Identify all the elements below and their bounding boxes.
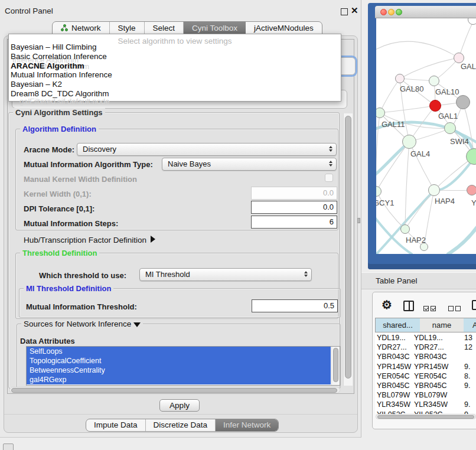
network-node[interactable] bbox=[428, 184, 440, 196]
apply-button[interactable]: Apply bbox=[159, 399, 200, 412]
kernel-width-label: Kernel Width (0,1): bbox=[24, 190, 92, 198]
table-row[interactable]: YDL19...YDL19...13 bbox=[375, 334, 476, 343]
dock-icon[interactable] bbox=[3, 444, 14, 450]
mi-steps-field[interactable]: 6 bbox=[251, 216, 337, 229]
tab-jactivemnodules[interactable]: jActiveMNodules bbox=[246, 22, 322, 34]
network-node[interactable] bbox=[444, 122, 456, 134]
which-threshold-combo[interactable]: MI Threshold bbox=[139, 268, 312, 281]
combo-arrows-icon bbox=[329, 146, 332, 152]
list-item[interactable]: TopologicalCoefficient bbox=[27, 356, 331, 366]
node-label: HAP2 bbox=[406, 236, 426, 244]
list-item[interactable]: SelfLoops bbox=[27, 347, 331, 356]
tab-discretize-data[interactable]: Discretize Data bbox=[146, 419, 216, 431]
network-node[interactable] bbox=[400, 224, 410, 234]
node-table: shared... name A YDL19...YDL19...13 YDR2… bbox=[375, 318, 476, 419]
splitpane-handle[interactable] bbox=[357, 218, 360, 223]
list-item[interactable]: gal4RGexp bbox=[27, 375, 331, 384]
control-panel-tabbar: Network Style Select Cyni Toolbox jActiv… bbox=[52, 21, 322, 35]
table-row[interactable]: YER054CYER054C8. bbox=[375, 372, 476, 381]
which-threshold-label: Which threshold to use: bbox=[39, 271, 126, 280]
network-node[interactable] bbox=[456, 95, 470, 109]
dpi-tolerance-label: DPI Tolerance [0,1]: bbox=[24, 204, 94, 213]
mi-steps-label: Mutual Information Steps: bbox=[24, 219, 118, 228]
table-row[interactable]: YBL079WYBL079W bbox=[375, 391, 476, 400]
node-label: GAL11 bbox=[382, 120, 405, 129]
node-label: GAL4 bbox=[410, 149, 430, 158]
column-header[interactable]: A bbox=[464, 318, 476, 332]
expand-arrow-icon bbox=[151, 236, 155, 243]
group-title: MI Threshold Definition bbox=[24, 284, 113, 293]
minimize-traffic-light[interactable] bbox=[388, 9, 395, 15]
network-node[interactable] bbox=[395, 74, 405, 83]
deselect-all-columns-icon[interactable] bbox=[448, 303, 462, 314]
settings-hscrollbar[interactable] bbox=[9, 387, 340, 393]
aracne-mode-combo[interactable]: Discovery bbox=[77, 143, 337, 156]
node-label: GCY1 bbox=[376, 198, 394, 207]
select-all-columns-icon[interactable] bbox=[423, 303, 438, 314]
algorithm-option[interactable]: Basic Correlation Inference bbox=[11, 52, 107, 61]
close-traffic-light[interactable] bbox=[380, 9, 387, 15]
aracne-mode-label: Aracne Mode: bbox=[24, 145, 74, 154]
list-item[interactable]: BetweennessCentrality bbox=[27, 366, 331, 375]
tab-style[interactable]: Style bbox=[110, 22, 145, 34]
float-window-icon[interactable] bbox=[341, 8, 348, 15]
network-node[interactable] bbox=[467, 185, 476, 195]
column-header[interactable]: name bbox=[420, 318, 464, 332]
algorithm-dropdown-popup: Inference Algorithm ARACNE Algorithm gal… bbox=[8, 34, 341, 102]
group-title: Threshold Definition bbox=[20, 249, 99, 257]
close-icon[interactable]: ✕ bbox=[351, 5, 358, 16]
list-scrollbar[interactable] bbox=[331, 347, 340, 385]
group-title: Cyni Algorithm Settings bbox=[13, 108, 105, 117]
table-hscrollbar[interactable] bbox=[376, 414, 476, 419]
mi-type-combo[interactable]: Naive Bayes bbox=[162, 158, 337, 171]
screenshot-root: Control Panel ✕ Network Style Select Cyn… bbox=[0, 0, 476, 450]
network-combo-ghost-text: galFiltered.sif default node bbox=[19, 97, 109, 106]
table-row[interactable]: YBR043CYBR043C bbox=[375, 353, 476, 362]
table-row[interactable]: YLR345WYLR345W9. bbox=[375, 400, 476, 410]
window-title: Control Panel bbox=[5, 6, 53, 15]
algorithm-option[interactable]: Bayesian – Hill Climbing bbox=[11, 43, 97, 51]
tab-cyni-toolbox[interactable]: Cyni Toolbox bbox=[184, 22, 246, 34]
data-attributes-list[interactable]: SelfLoops TopologicalCoefficient Between… bbox=[26, 346, 340, 386]
tab-select[interactable]: Select bbox=[145, 22, 184, 34]
node-label: GAL80 bbox=[400, 84, 423, 93]
mi-threshold-field[interactable]: 0.5 bbox=[252, 299, 338, 312]
collapse-arrow-icon bbox=[133, 322, 141, 327]
node-label: GAL1 bbox=[438, 112, 458, 120]
algorithm-option[interactable]: Bayesian – K2 bbox=[11, 80, 62, 89]
combo-arrows-icon bbox=[304, 271, 308, 277]
columns-icon[interactable] bbox=[403, 301, 414, 311]
gear-icon[interactable]: ⚙ bbox=[382, 298, 392, 312]
group-title: Algorithm Definition bbox=[20, 125, 99, 133]
algorithm-option-selected[interactable]: ARACNE Algorithm bbox=[11, 61, 84, 70]
tab-impute-data[interactable]: Impute Data bbox=[86, 419, 146, 431]
manual-kernel-checkbox[interactable] bbox=[325, 174, 333, 182]
column-header[interactable]: shared... bbox=[375, 318, 420, 332]
kernel-width-field[interactable]: 0.0 bbox=[251, 187, 337, 200]
network-window-titlebar bbox=[375, 6, 476, 18]
algorithm-option[interactable]: Mutual Information Inference bbox=[11, 70, 112, 79]
network-icon bbox=[61, 24, 69, 32]
table-row[interactable]: YPR145WYPR145W9. bbox=[375, 363, 476, 372]
algorithm-option[interactable]: Dream8 DC_TDC Algorithm bbox=[11, 89, 109, 98]
mi-threshold-label: Mutual Information Threshold: bbox=[26, 302, 137, 311]
tab-network[interactable]: Network bbox=[53, 22, 110, 34]
new-table-icon[interactable] bbox=[472, 300, 476, 310]
table-row[interactable]: YDR27...YDR27...12 bbox=[375, 343, 476, 353]
table-panel-title: Table Panel bbox=[376, 276, 418, 285]
manual-kernel-label: Manual Kernel Width Definition bbox=[24, 175, 137, 184]
network-node-selected[interactable] bbox=[429, 100, 441, 112]
network-node[interactable] bbox=[402, 135, 416, 149]
data-attributes-label: Data Attributes bbox=[20, 337, 75, 345]
table-row[interactable]: YBR045CYBR045C9. bbox=[375, 381, 476, 391]
hub-definition-toggle[interactable]: Hub/Transcription Factor Definition bbox=[24, 236, 155, 244]
settings-vscrollbar[interactable] bbox=[343, 113, 353, 386]
tab-infer-network[interactable]: Infer Network bbox=[216, 419, 278, 431]
network-node[interactable] bbox=[429, 76, 439, 86]
divider bbox=[4, 414, 357, 415]
mi-type-label: Mutual Information Algorithm Type: bbox=[24, 160, 153, 169]
dpi-tolerance-field[interactable]: 0.0 bbox=[251, 201, 337, 214]
zoom-traffic-light[interactable] bbox=[396, 9, 402, 15]
network-canvas[interactable]: GAL GAL80 GAL10 GAL1 GAL11 SWI4 GAL4 HAP… bbox=[376, 18, 476, 254]
node-label: HAP4 bbox=[435, 197, 455, 206]
